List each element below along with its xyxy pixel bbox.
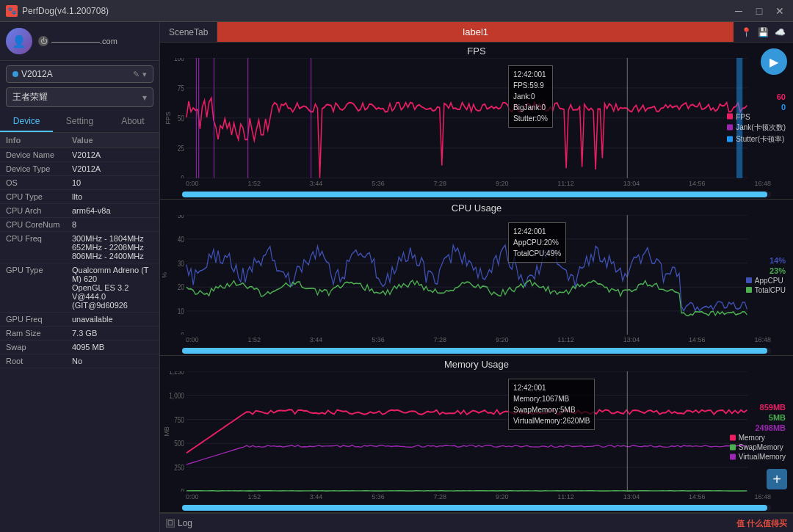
row-key: OS — [6, 178, 72, 187]
tab-setting[interactable]: Setting — [53, 112, 106, 132]
x-axis-tick: 9:20 — [496, 180, 509, 192]
tab-about[interactable]: About — [106, 112, 159, 132]
x-axis-cpu: 0:001:523:445:367:289:2011:1213:0414:561… — [160, 335, 793, 348]
app-icon: 🐾 — [6, 5, 18, 17]
edit-icon[interactable]: ✎ — [133, 70, 140, 79]
row-value: No — [72, 357, 153, 365]
svg-text:20: 20 — [178, 283, 184, 291]
chart-area-cpu: %5040302010012:42:001AppCPU:20%TotalCPU:… — [160, 215, 793, 335]
legend-label: VirtualMemory — [739, 453, 786, 461]
chart-right-value: 60 — [727, 92, 786, 101]
minimize-button[interactable]: ─ — [731, 4, 746, 18]
legend-label: Memory — [739, 434, 765, 442]
add-chart-button[interactable]: + — [767, 469, 787, 489]
svg-text:0: 0 — [181, 330, 184, 335]
scrollbar-cpu[interactable] — [182, 348, 771, 354]
row-key: Device Type — [6, 164, 72, 173]
scrollbar-thumb[interactable] — [182, 348, 767, 354]
user-info: ⏻ ——————.com — [38, 36, 153, 46]
table-row: CPU Archarm64-v8a — [0, 204, 159, 218]
x-axis-tick: 14:56 — [689, 180, 706, 192]
chevron-down-icon[interactable]: ▾ — [142, 70, 147, 79]
power-icon[interactable]: ⏻ — [38, 36, 48, 46]
save-icon[interactable]: 💾 — [758, 27, 769, 37]
chart-svg-fps: 1007550250 — [160, 58, 793, 178]
chart-panel-memory: Memory UsageMB1,2501,000750500250012:42:… — [160, 356, 793, 513]
info-table: Info Value Device NameV2012ADevice TypeV… — [0, 133, 159, 532]
svg-text:1,250: 1,250 — [169, 371, 184, 376]
x-axis-tick: 13:04 — [623, 336, 640, 348]
info-box-cpu: 12:42:001AppCPU:20%TotalCPU:49% — [508, 222, 566, 263]
play-button[interactable]: ▶ — [761, 48, 787, 75]
x-axis-tick: 0:00 — [186, 180, 199, 192]
row-key: GPU Freq — [6, 315, 72, 324]
svg-text:10: 10 — [178, 307, 184, 316]
legend-item: VirtualMemory — [730, 453, 786, 461]
legend-item: FPS — [727, 112, 786, 120]
row-value: V2012A — [72, 164, 153, 173]
app-selector[interactable]: 王者荣耀 ▾ — [6, 87, 153, 107]
charts-container: FPSFPS100755025012:42:001FPS:59.9Jank:0B… — [160, 43, 793, 513]
row-key: CPU Freq — [6, 234, 72, 243]
log-checkbox-wrap[interactable]: ☐ Log — [166, 518, 192, 528]
x-axis-tick: 5:36 — [372, 180, 385, 192]
chart-right-value: 859MB — [730, 403, 786, 412]
y-label-memory: MB — [163, 426, 170, 437]
sidebar-tabs: Device Setting About — [0, 112, 159, 133]
x-axis-tick: 5:36 — [372, 493, 385, 505]
chart-svg-cpu: 50403020100 — [160, 215, 793, 335]
device-selector[interactable]: V2012A ✎ ▾ — [6, 65, 153, 83]
svg-text:250: 250 — [174, 463, 184, 472]
x-axis-tick: 11:12 — [557, 493, 574, 505]
y-label-cpu: % — [161, 272, 168, 277]
x-axis-tick: 14:56 — [689, 493, 706, 505]
info-table-header: Info Value — [0, 133, 159, 148]
scrollbar-thumb[interactable] — [182, 505, 767, 511]
svg-text:1,000: 1,000 — [169, 391, 184, 400]
row-key: Ram Size — [6, 329, 72, 338]
log-checkbox[interactable]: ☐ — [166, 519, 175, 528]
svg-text:500: 500 — [174, 439, 184, 448]
x-axis-tick: 13:04 — [623, 180, 640, 192]
scrollbar-thumb[interactable] — [182, 192, 767, 197]
cloud-icon[interactable]: ☁️ — [775, 27, 786, 37]
svg-text:40: 40 — [178, 234, 184, 243]
app-title: PerfDog(v4.1.200708) — [22, 6, 731, 16]
col-info-header: Info — [6, 136, 72, 145]
scene-tab-title[interactable]: label1 — [217, 22, 734, 42]
legend-label: SwapMemory — [739, 443, 783, 451]
row-key: CPU Type — [6, 192, 72, 201]
scrollbar-memory[interactable] — [182, 505, 771, 511]
device-status-dot — [12, 71, 18, 77]
x-axis-tick: 3:44 — [310, 180, 323, 192]
row-value: arm64-v8a — [72, 206, 153, 215]
x-axis-tick: 1:52 — [247, 336, 261, 348]
location-icon[interactable]: 📍 — [741, 27, 752, 37]
legend-item: AppCPU — [746, 277, 786, 285]
svg-text:30: 30 — [178, 258, 184, 267]
chart-right-value: 14% — [746, 256, 786, 265]
window-controls: ─ □ ✕ — [731, 4, 787, 18]
legend-cpu: 14%23%AppCPUTotalCPU — [746, 256, 786, 294]
chart-title-fps: FPS — [160, 43, 793, 58]
x-axis-tick: 11:12 — [557, 180, 574, 192]
x-axis-tick: 13:04 — [623, 493, 640, 505]
row-value: unavailable — [72, 315, 153, 324]
svg-text:25: 25 — [178, 144, 184, 153]
row-value: llto — [72, 192, 153, 201]
legend-item: Memory — [730, 434, 786, 442]
row-key: Root — [6, 357, 72, 365]
x-axis-tick: 3:44 — [310, 336, 323, 348]
scene-tab-label[interactable]: SceneTab — [160, 22, 217, 42]
tab-device[interactable]: Device — [0, 112, 53, 132]
row-key: Device Name — [6, 150, 72, 159]
maximize-button[interactable]: □ — [752, 4, 767, 18]
legend-memory: 859MB5MB2498MBMemorySwapMemoryVirtualMem… — [730, 403, 786, 461]
close-button[interactable]: ✕ — [772, 4, 787, 18]
scrollbar-fps[interactable] — [182, 192, 771, 197]
svg-text:50: 50 — [178, 114, 184, 123]
legend-item: TotalCPU — [746, 286, 786, 294]
svg-text:50: 50 — [178, 215, 184, 219]
svg-text:0: 0 — [181, 487, 184, 492]
legend-label: AppCPU — [755, 277, 783, 285]
